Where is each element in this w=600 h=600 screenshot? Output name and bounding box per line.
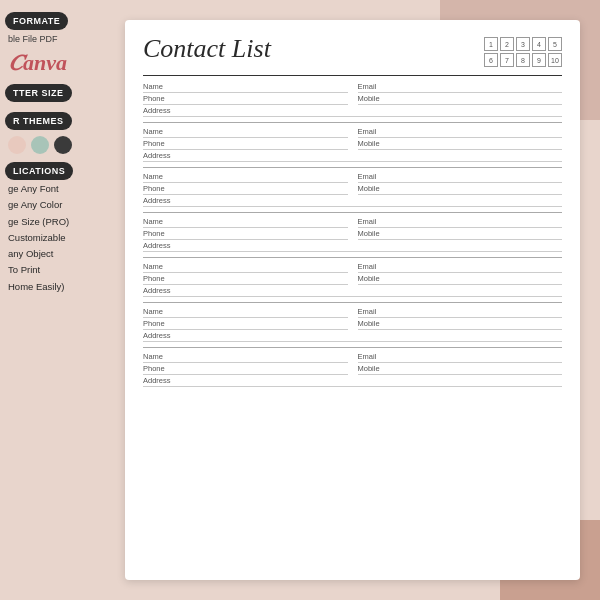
swatch-green: [31, 136, 49, 154]
entry-3-mobile: Mobile: [358, 184, 563, 195]
contact-list-card: Contact List 1 2 3 4 5 6 7 8 9 10 Name E…: [125, 20, 580, 580]
applications-badge: LICATIONS: [5, 162, 73, 180]
divider-5: [143, 302, 562, 303]
divider-2: [143, 167, 562, 168]
entry-5-address-row: Address: [143, 286, 562, 297]
entry-4-row-1: Name Email: [143, 217, 562, 228]
contact-entry-2: Name Email Phone Mobile Address: [143, 127, 562, 162]
entry-1-row-2: Phone Mobile: [143, 94, 562, 105]
entry-2-email: Email: [358, 127, 563, 138]
format-badge: FORMATE: [5, 12, 68, 30]
entry-5-row-2: Phone Mobile: [143, 274, 562, 285]
card-title: Contact List: [143, 35, 271, 64]
page-num-2: 2: [500, 37, 514, 51]
entry-7-row-1: Name Email: [143, 352, 562, 363]
entry-4-phone: Phone: [143, 229, 348, 240]
canva-logo: 𝐶anva: [8, 50, 130, 76]
page-num-5: 5: [548, 37, 562, 51]
entry-2-phone: Phone: [143, 139, 348, 150]
format-sub: ble File PDF: [8, 34, 130, 44]
sidebar: FORMATE ble File PDF 𝐶anva TTER SIZE R T…: [0, 0, 130, 600]
entry-4-address: Address: [143, 241, 562, 252]
swatch-pink: [8, 136, 26, 154]
entry-4-address-row: Address: [143, 241, 562, 252]
entry-1-email: Email: [358, 82, 563, 93]
contact-entry-7: Name Email Phone Mobile Address: [143, 352, 562, 387]
entry-3-row-2: Phone Mobile: [143, 184, 562, 195]
entry-7-address-row: Address: [143, 376, 562, 387]
format-section: FORMATE ble File PDF: [0, 10, 130, 44]
entry-2-address: Address: [143, 151, 562, 162]
entry-1-mobile: Mobile: [358, 94, 563, 105]
entry-1-name: Name: [143, 82, 348, 93]
entry-6-address-row: Address: [143, 331, 562, 342]
entry-5-row-1: Name Email: [143, 262, 562, 273]
entry-6-address: Address: [143, 331, 562, 342]
entry-1-address: Address: [143, 106, 562, 117]
entry-7-mobile: Mobile: [358, 364, 563, 375]
entry-6-name: Name: [143, 307, 348, 318]
swatch-dark: [54, 136, 72, 154]
divider-4: [143, 257, 562, 258]
entry-3-name: Name: [143, 172, 348, 183]
entry-3-address: Address: [143, 196, 562, 207]
contact-entry-5: Name Email Phone Mobile Address: [143, 262, 562, 297]
app-item-font: ge Any Font: [8, 182, 130, 196]
entry-1-address-row: Address: [143, 106, 562, 117]
app-item-customize: Customizable: [8, 231, 130, 245]
page-num-8: 8: [516, 53, 530, 67]
entry-7-address: Address: [143, 376, 562, 387]
entry-3-row-1: Name Email: [143, 172, 562, 183]
divider-6: [143, 347, 562, 348]
entry-3-address-row: Address: [143, 196, 562, 207]
entry-1-row-1: Name Email: [143, 82, 562, 93]
entry-4-email: Email: [358, 217, 563, 228]
page-numbers: 1 2 3 4 5 6 7 8 9 10: [484, 37, 562, 67]
entry-6-row-1: Name Email: [143, 307, 562, 318]
page-num-3: 3: [516, 37, 530, 51]
entry-5-mobile: Mobile: [358, 274, 563, 285]
page-num-7: 7: [500, 53, 514, 67]
entry-2-name: Name: [143, 127, 348, 138]
themes-badge: R THEMES: [5, 112, 72, 130]
entry-6-phone: Phone: [143, 319, 348, 330]
app-item-print: To Print: [8, 263, 130, 277]
entry-6-email: Email: [358, 307, 563, 318]
letter-size-section: TTER SIZE: [0, 82, 130, 104]
entry-7-email: Email: [358, 352, 563, 363]
header-divider: [143, 75, 562, 76]
entry-7-phone: Phone: [143, 364, 348, 375]
entry-2-address-row: Address: [143, 151, 562, 162]
app-item-home: Home Easily): [8, 280, 130, 294]
entry-3-email: Email: [358, 172, 563, 183]
app-item-size: ge Size (PRO): [8, 215, 130, 229]
contact-entry-4: Name Email Phone Mobile Address: [143, 217, 562, 252]
entry-3-phone: Phone: [143, 184, 348, 195]
entry-2-mobile: Mobile: [358, 139, 563, 150]
entry-5-address: Address: [143, 286, 562, 297]
entry-6-mobile: Mobile: [358, 319, 563, 330]
app-item-object: any Object: [8, 247, 130, 261]
entry-2-row-2: Phone Mobile: [143, 139, 562, 150]
entry-5-phone: Phone: [143, 274, 348, 285]
applications-section: LICATIONS ge Any Font ge Any Color ge Si…: [0, 160, 130, 294]
divider-3: [143, 212, 562, 213]
page-num-6: 6: [484, 53, 498, 67]
entry-1-phone: Phone: [143, 94, 348, 105]
entry-5-name: Name: [143, 262, 348, 273]
themes-section: R THEMES: [0, 110, 130, 154]
entry-4-mobile: Mobile: [358, 229, 563, 240]
page-num-10: 10: [548, 53, 562, 67]
contact-entry-6: Name Email Phone Mobile Address: [143, 307, 562, 342]
entry-4-row-2: Phone Mobile: [143, 229, 562, 240]
letter-size-badge: TTER SIZE: [5, 84, 72, 102]
color-swatches: [8, 136, 130, 154]
contact-entry-3: Name Email Phone Mobile Address: [143, 172, 562, 207]
card-header: Contact List 1 2 3 4 5 6 7 8 9 10: [143, 35, 562, 67]
contact-entry-1: Name Email Phone Mobile Address: [143, 82, 562, 117]
divider-1: [143, 122, 562, 123]
page-num-9: 9: [532, 53, 546, 67]
page-num-1: 1: [484, 37, 498, 51]
canva-section: 𝐶anva: [0, 50, 130, 76]
entry-5-email: Email: [358, 262, 563, 273]
